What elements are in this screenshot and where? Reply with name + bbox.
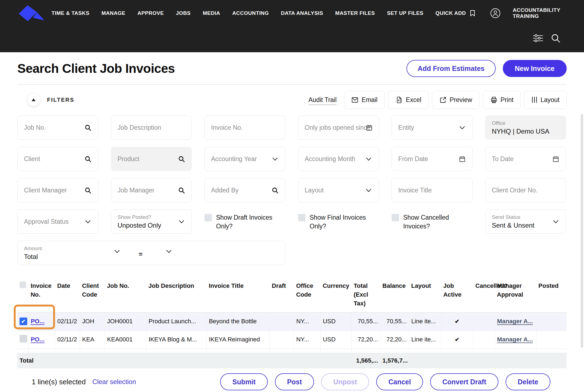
header-utility-icons <box>533 34 560 43</box>
col-balance: Balance <box>380 280 409 312</box>
global-search-icon[interactable] <box>551 34 560 43</box>
unpost-button: Unpost <box>321 373 369 390</box>
filter-client-order-no[interactable]: Client Order No. <box>485 178 566 202</box>
job-active-check-icon: ✔ <box>455 318 460 324</box>
nav-quick-add[interactable]: QUICK ADD <box>435 9 476 18</box>
col-invoice-title: Invoice Title <box>206 280 269 312</box>
print-button[interactable]: Print <box>483 91 521 109</box>
search-icon <box>84 124 92 131</box>
app-logo-icon[interactable] <box>19 5 45 21</box>
balance-sum: 1,576,7... <box>380 353 409 368</box>
select-all-checkbox[interactable] <box>20 281 26 288</box>
filter-show-draft-invoices[interactable]: Show Draft Invoices Only? <box>204 209 285 234</box>
account-name[interactable]: ACCOUNTABILITY TRAINING <box>513 7 584 19</box>
nav-accounting[interactable]: ACCOUNTING <box>232 10 269 16</box>
row-checkbox-checked[interactable]: ✔ <box>20 318 27 325</box>
vertical-scrollbar[interactable] <box>581 114 583 348</box>
delete-button[interactable]: Delete <box>506 373 550 390</box>
filter-show-cancelled-invoices[interactable]: Show Cancelled Invoices? <box>392 209 473 234</box>
user-avatar-icon[interactable] <box>490 8 501 18</box>
email-icon <box>351 96 359 104</box>
col-total-excl-tax: Total (Excl Tax) <box>351 280 380 312</box>
calendar-icon <box>365 124 373 131</box>
filter-amount[interactable]: Amount Total = <box>17 241 285 265</box>
filter-accounting-year[interactable]: Accounting Year <box>204 147 285 171</box>
post-button[interactable]: Post <box>275 373 314 390</box>
nav-approve[interactable]: APPROVE <box>138 10 164 16</box>
filter-product[interactable]: Product <box>111 147 192 171</box>
nav-media[interactable]: MEDIA <box>203 10 220 16</box>
filter-entity[interactable]: Entity <box>392 115 473 140</box>
filter-to-date[interactable]: To Date <box>485 147 566 171</box>
convert-draft-button[interactable]: Convert Draft <box>430 373 498 390</box>
bookmark-icon <box>469 9 476 18</box>
filter-invoice-title[interactable]: Invoice Title <box>392 178 473 202</box>
add-from-estimates-button[interactable]: Add From Estimates <box>406 60 495 77</box>
filter-accounting-month[interactable]: Accounting Month <box>298 147 379 171</box>
page-title: Search Client Job Invoices <box>17 61 175 76</box>
collapse-filters-icon[interactable] <box>27 93 40 106</box>
filter-client-manager[interactable]: Client Manager <box>17 178 98 202</box>
display-options-icon[interactable] <box>533 34 543 42</box>
filters-panel: Job No. Job Description Invoice No. Only… <box>17 115 567 265</box>
nav-time-and-tasks[interactable]: TIME & TASKS <box>51 10 89 16</box>
filter-added-by[interactable]: Added By <box>204 178 285 202</box>
filter-invoice-no[interactable]: Invoice No. <box>204 115 285 140</box>
audit-trail-link[interactable]: Audit Trail <box>309 96 337 104</box>
filter-layout[interactable]: Layout <box>298 178 379 202</box>
clipped-row <box>17 349 567 353</box>
filter-show-final-invoices[interactable]: Show Final Invoices Only? <box>298 209 379 234</box>
footer-actions-row: 1 line(s) selected Clear selection Submi… <box>17 373 567 390</box>
excel-button[interactable]: x Excel <box>388 91 429 109</box>
checkbox-unchecked[interactable] <box>298 214 305 221</box>
manager-approval-link[interactable]: Manager A... <box>497 318 533 325</box>
preview-button[interactable]: Preview <box>432 91 479 109</box>
layout-columns-icon <box>531 96 537 103</box>
chevron-down-icon[interactable] <box>165 248 173 256</box>
filter-send-status[interactable]: Send Status Sent & Unsent <box>485 209 566 234</box>
filter-office[interactable]: Office NYHQ | Demo USA <box>485 115 566 140</box>
new-invoice-button[interactable]: New Invoice <box>503 60 567 77</box>
nav-set-up-files[interactable]: SET UP FILES <box>387 10 423 16</box>
filter-job-no[interactable]: Job No. <box>17 115 98 140</box>
manager-approval-link[interactable]: Manager A... <box>497 336 533 343</box>
col-cancelled: Cancelled? <box>473 280 495 312</box>
chevron-down-icon <box>459 124 466 131</box>
filter-show-posted[interactable]: Show Posted? Unposted Only <box>111 209 192 234</box>
filters-label: FILTERS <box>47 97 74 103</box>
invoices-table-section: Invoice No. Date Client Code Job No. Job… <box>17 280 567 368</box>
search-icon <box>271 187 279 194</box>
chevron-down-icon <box>552 218 560 225</box>
nav-manage[interactable]: MANAGE <box>102 10 125 16</box>
search-client-job-invoices-page: TIME & TASKS MANAGE APPROVE JOBS MEDIA A… <box>0 0 584 392</box>
amount-operator[interactable]: = <box>139 250 143 258</box>
filter-client[interactable]: Client <box>17 147 98 171</box>
chevron-down-icon[interactable] <box>113 248 121 256</box>
nav-master-files[interactable]: MASTER FILES <box>335 10 375 16</box>
nav-data-analysis[interactable]: DATA ANALYSIS <box>281 10 323 16</box>
filter-job-description[interactable]: Job Description <box>111 115 192 140</box>
row-checkbox-unchecked[interactable] <box>20 335 27 343</box>
checkbox-unchecked[interactable] <box>392 214 399 221</box>
filters-toggle[interactable]: FILTERS <box>27 93 74 106</box>
filter-job-manager[interactable]: Job Manager <box>111 178 192 202</box>
page-content: Search Client Job Invoices Add From Esti… <box>0 52 584 390</box>
checkbox-unchecked[interactable] <box>204 214 212 221</box>
invoice-row-2[interactable]: PO... 02/11/2 KEA KEA0001 IKEYA Blog & M… <box>17 330 567 349</box>
excel-icon: x <box>395 96 403 104</box>
filter-approval-status[interactable]: Approval Status <box>17 209 98 234</box>
nav-jobs[interactable]: JOBS <box>176 10 190 16</box>
clear-selection-link[interactable]: Clear selection <box>92 378 136 386</box>
filter-only-jobs-opened-since[interactable]: Only jobs opened since <box>298 115 379 140</box>
layout-button[interactable]: Layout <box>524 91 567 109</box>
email-button[interactable]: Email <box>344 91 385 109</box>
invoice-number-link[interactable]: PO... <box>31 318 45 325</box>
cancel-button[interactable]: Cancel <box>376 373 423 390</box>
invoice-row-1[interactable]: ✔ PO... 02/11/2 JOH JOH0001 Product Laun… <box>17 312 567 330</box>
invoice-number-link[interactable]: PO... <box>31 336 45 343</box>
col-invoice-no: Invoice No. <box>28 280 55 312</box>
chevron-down-icon <box>84 218 92 225</box>
submit-button[interactable]: Submit <box>220 373 268 390</box>
calendar-icon <box>552 155 560 163</box>
filter-from-date[interactable]: From Date <box>392 147 473 171</box>
